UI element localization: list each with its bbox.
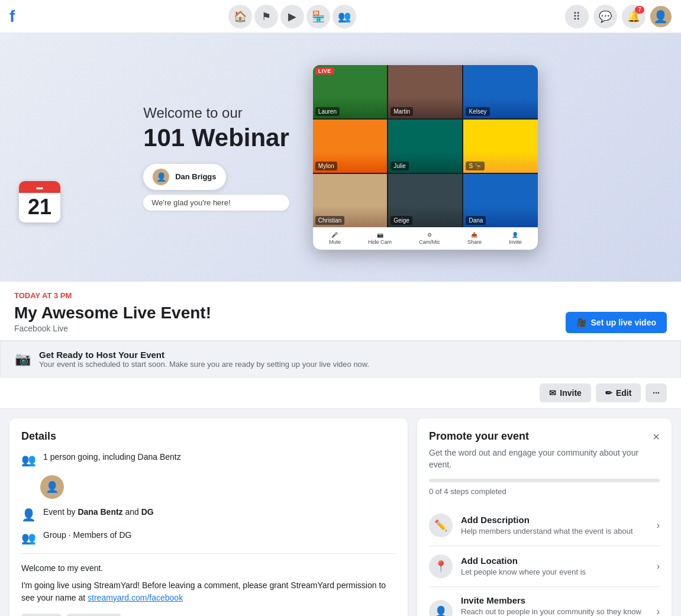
add-description-title: Add Description: [461, 515, 648, 525]
tile-label-christian: Christian: [315, 216, 344, 225]
nav-right: ⠿ 💬 🔔 7 👤: [565, 5, 672, 28]
attendee-avatar-row: 👤: [21, 475, 396, 499]
share-control[interactable]: 📤Share: [467, 232, 482, 245]
group-row: 👥 Group · Members of DG: [21, 530, 396, 545]
user-avatar-button[interactable]: 👤: [650, 6, 672, 27]
promote-header: Promote your event ×: [429, 430, 660, 444]
more-dots-label: ···: [653, 388, 660, 398]
envelope-icon: ✉: [549, 388, 556, 398]
group-text: Group · Members of DG: [43, 530, 131, 540]
tile-label-dana: Dana: [466, 216, 486, 225]
ready-banner-text: Get Ready to Host Your Event Your event …: [39, 350, 369, 369]
store-nav-button[interactable]: 🏪: [306, 5, 330, 28]
tile-label-julie: Julie: [390, 162, 409, 170]
tile-label-kelsey: Kelsey: [466, 107, 489, 116]
video-tile-geige: Geige: [388, 174, 462, 227]
organizer-name1: Dana Bentz: [78, 507, 122, 517]
promote-panel: Promote your event × Get the word out an…: [417, 418, 672, 616]
description-text: I'm going live using StreamYard! Before …: [21, 580, 386, 602]
cammic-control[interactable]: ⚙Cam/Mic: [419, 232, 440, 245]
video-nav-button[interactable]: ▶: [280, 5, 304, 28]
invite-members-title: Invite Members: [461, 595, 648, 605]
video-camera-icon: 🎥: [576, 318, 586, 327]
streamyard-link[interactable]: streamyard.com/facebook: [88, 593, 183, 602]
invite-control[interactable]: 👤Invite: [509, 232, 522, 245]
promote-close-button[interactable]: ×: [653, 430, 660, 444]
event-date-label: TODAY AT 3 PM: [14, 291, 211, 300]
dana-avatar: 👤: [40, 475, 64, 499]
video-grid: LIVE Lauren Martin Kelsey Mylon Julie S …: [313, 65, 538, 250]
video-controls-bar: 🎤Mute 📷Hide Cam ⚙Cam/Mic 📤Share 👤Invite: [313, 227, 538, 250]
invite-members-desc: Reach out to people in your community so…: [461, 607, 648, 616]
video-tile-julie: Julie: [388, 120, 462, 173]
home-nav-button[interactable]: 🏠: [228, 5, 252, 28]
grid-menu-button[interactable]: ⠿: [565, 5, 589, 28]
more-options-button[interactable]: ···: [646, 383, 667, 402]
live-badge: LIVE: [315, 67, 334, 75]
notification-count: 7: [635, 6, 644, 14]
pencil-icon: ✏: [605, 388, 612, 398]
top-navigation: f 🏠 ⚑ ▶ 🏪 👥 ⠿ 💬 🔔 7 👤: [0, 0, 681, 33]
groups-nav-button[interactable]: 👥: [333, 5, 356, 28]
event-subtitle: Facebook Live: [14, 324, 211, 333]
video-tile-kelsey: Kelsey: [463, 65, 537, 118]
online-tag[interactable]: Online: [21, 614, 62, 616]
tile-label-geige: Geige: [390, 216, 412, 225]
hero-section: ▬ 21 Welcome to our 101 Webinar 👤 Dan Br…: [0, 33, 681, 282]
tile-label-lauren: Lauren: [315, 107, 340, 116]
notifications-button[interactable]: 🔔 7: [622, 5, 646, 28]
video-tile-mylon: Mylon: [313, 120, 387, 173]
invite-members-item[interactable]: 👤 Invite Members Reach out to people in …: [429, 587, 660, 616]
hero-subtitle: Welcome to our: [143, 105, 289, 121]
event-top-row: TODAY AT 3 PM My Awesome Live Event! Fac…: [14, 291, 667, 340]
live-video-tag[interactable]: Live Video: [66, 614, 121, 616]
add-location-title: Add Location: [461, 556, 648, 566]
main-content: Details 👥 1 person going, including Dana…: [0, 409, 681, 616]
add-location-icon: 📍: [429, 554, 453, 578]
group-icon: 👥: [21, 531, 36, 545]
host-bubble: 👤 Dan Briggs: [143, 164, 225, 190]
details-panel: Details 👥 1 person going, including Dana…: [9, 418, 408, 616]
invite-button[interactable]: ✉ Invite: [540, 383, 591, 402]
messenger-button[interactable]: 💬: [593, 5, 617, 28]
add-description-desc: Help members understand what the event i…: [461, 526, 648, 537]
video-tile-christian: Christian: [313, 174, 387, 227]
host-avatar: 👤: [153, 169, 169, 185]
add-location-content: Add Location Let people know where your …: [461, 556, 648, 578]
hide-cam-control[interactable]: 📷Hide Cam: [368, 232, 392, 245]
edit-button[interactable]: ✏ Edit: [596, 383, 641, 402]
ready-title: Get Ready to Host Your Event: [39, 350, 369, 360]
calendar-month: ▬: [19, 181, 60, 193]
people-icon: 👥: [21, 453, 36, 467]
flag-nav-button[interactable]: ⚑: [254, 5, 278, 28]
promote-description: Get the word out and engage your communi…: [429, 447, 660, 470]
organizer-row: 👤 Event by Dana Bentz and DG: [21, 507, 396, 522]
mute-control[interactable]: 🎤Mute: [329, 232, 341, 245]
hero-content: Welcome to our 101 Webinar 👤 Dan Briggs …: [131, 41, 550, 273]
add-location-item[interactable]: 📍 Add Location Let people know where you…: [429, 546, 660, 587]
video-tiles: LIVE Lauren Martin Kelsey Mylon Julie S …: [313, 65, 538, 227]
video-tile-duck: S 🦆: [463, 120, 537, 173]
attendees-text: 1 person going, including Dana Bentz: [43, 452, 181, 462]
invite-members-content: Invite Members Reach out to people in yo…: [461, 595, 648, 616]
ready-description: Your event is scheduled to start soon. M…: [39, 360, 369, 369]
description-line2: I'm going live using StreamYard! Before …: [21, 579, 396, 604]
invite-members-icon: 👤: [429, 600, 453, 616]
nav-left: f: [9, 7, 20, 26]
add-location-desc: Let people know where your event is: [461, 567, 648, 578]
event-description: Welcome to my event. I'm going live usin…: [21, 553, 396, 604]
tile-label-mylon: Mylon: [315, 162, 337, 170]
event-info-section: TODAY AT 3 PM My Awesome Live Event! Fac…: [0, 282, 681, 341]
add-description-item[interactable]: ✏️ Add Description Help members understa…: [429, 505, 660, 546]
set-up-live-button[interactable]: 🎥 Set up live video: [566, 312, 667, 333]
details-title: Details: [21, 430, 396, 443]
video-tile-lauren: LIVE Lauren: [313, 65, 387, 118]
add-description-icon: ✏️: [429, 514, 453, 537]
promote-title: Promote your event: [429, 430, 529, 443]
host-name: Dan Briggs: [175, 172, 216, 181]
progress-value: 0: [429, 487, 433, 496]
progress-suffix: of 4 steps completed: [435, 487, 506, 496]
invite-label: Invite: [560, 388, 582, 398]
nav-center: 🏠 ⚑ ▶ 🏪 👥: [228, 5, 356, 28]
event-title-block: TODAY AT 3 PM My Awesome Live Event! Fac…: [14, 291, 211, 333]
